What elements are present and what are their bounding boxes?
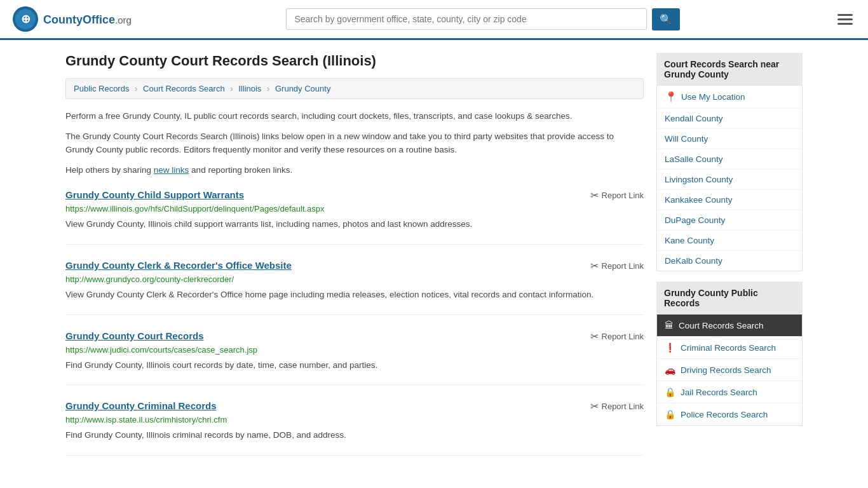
sidebar-county-kane[interactable]: Kane County: [657, 231, 802, 251]
breadcrumb-grundy[interactable]: Grundy County: [275, 84, 330, 93]
result-title-3: Grundy County Court Records: [65, 330, 204, 341]
will-county-link[interactable]: Will County: [665, 134, 708, 144]
main-container: Grundy County Court Records Search (Illi…: [53, 40, 815, 484]
criminal-records-icon: ❗: [665, 342, 675, 353]
police-records-link[interactable]: Police Records Search: [681, 410, 768, 419]
pub-jail-records[interactable]: 🔒 Jail Records Search: [657, 381, 802, 403]
search-area: 🔍: [286, 8, 680, 30]
results: Grundy County Child Support Warrants ✂ R…: [65, 189, 644, 455]
court-records-icon: 🏛: [665, 320, 674, 330]
result-item-1: Grundy County Child Support Warrants ✂ R…: [65, 189, 644, 245]
report-icon-3: ✂: [590, 330, 599, 342]
result-link-3[interactable]: Grundy County Court Records: [65, 330, 204, 341]
sidebar-county-kendall[interactable]: Kendall County: [657, 109, 802, 129]
desc-para-3: Help others by sharing new links and rep…: [65, 163, 644, 177]
dekalb-county-link[interactable]: DeKalb County: [665, 256, 722, 266]
report-icon-1: ✂: [590, 189, 599, 201]
livingston-county-link[interactable]: Livingston County: [665, 175, 733, 184]
result-title-row-4: Grundy County Criminal Records ✂ Report …: [65, 400, 644, 412]
breadcrumb-sep-2: ›: [230, 84, 233, 93]
new-links-link[interactable]: new links: [154, 165, 189, 175]
sidebar-county-lasalle[interactable]: LaSalle County: [657, 149, 802, 170]
result-title-row-1: Grundy County Child Support Warrants ✂ R…: [65, 189, 644, 201]
menu-bar-2: [837, 18, 853, 20]
nearby-counties-list: 📍 Use My Location Kendall County Will Co…: [656, 86, 803, 271]
breadcrumb-illinois[interactable]: Illinois: [238, 84, 261, 93]
sidebar-county-kankakee[interactable]: Kankakee County: [657, 190, 802, 210]
driving-records-icon: 🚗: [665, 365, 675, 375]
result-title-row-3: Grundy County Court Records ✂ Report Lin…: [65, 330, 644, 342]
pub-court-records[interactable]: 🏛 Court Records Search: [657, 315, 802, 337]
report-label-2: Report Link: [602, 261, 644, 271]
result-url-2[interactable]: http://www.grundyco.org/county-clerkreco…: [65, 274, 644, 284]
result-item-4: Grundy County Criminal Records ✂ Report …: [65, 400, 644, 456]
sidebar-county-will[interactable]: Will County: [657, 129, 802, 149]
search-input[interactable]: [286, 8, 647, 30]
result-url-3[interactable]: https://www.judici.com/courts/cases/case…: [65, 345, 644, 355]
result-title-2: Grundy County Clerk & Recorder's Office …: [65, 260, 292, 271]
report-link-4[interactable]: ✂ Report Link: [590, 400, 644, 412]
content-area: Grundy County Court Records Search (Illi…: [65, 53, 644, 471]
sidebar-county-dupage[interactable]: DuPage County: [657, 210, 802, 231]
logo-icon: ⊕: [13, 6, 38, 32]
report-link-2[interactable]: ✂ Report Link: [590, 260, 644, 272]
pub-police-records[interactable]: 🔒 Police Records Search: [657, 403, 802, 425]
lasalle-county-link[interactable]: LaSalle County: [665, 154, 723, 164]
kendall-county-link[interactable]: Kendall County: [665, 114, 723, 123]
result-desc-4: Find Grundy County, Illinois criminal re…: [65, 428, 644, 442]
breadcrumb: Public Records › Court Records Search › …: [65, 78, 644, 99]
menu-button[interactable]: [835, 11, 855, 27]
nearby-title: Court Records Search near Grundy County: [656, 53, 803, 86]
result-link-2[interactable]: Grundy County Clerk & Recorder's Office …: [65, 260, 292, 271]
jail-records-icon: 🔒: [665, 387, 675, 397]
kane-county-link[interactable]: Kane County: [665, 236, 714, 245]
sidebar-county-livingston[interactable]: Livingston County: [657, 170, 802, 190]
logo-text: CountyOffice.org: [43, 12, 132, 27]
police-records-icon: 🔒: [665, 409, 675, 419]
pub-criminal-records[interactable]: ❗ Criminal Records Search: [657, 337, 802, 359]
search-button[interactable]: 🔍: [652, 8, 680, 30]
desc-para-3-prefix: Help others by sharing: [65, 165, 154, 175]
breadcrumb-court-records[interactable]: Court Records Search: [143, 84, 225, 93]
report-link-1[interactable]: ✂ Report Link: [590, 189, 644, 201]
report-icon-2: ✂: [590, 260, 599, 272]
search-icon: 🔍: [660, 14, 672, 25]
location-pin-icon: 📍: [665, 91, 677, 103]
result-desc-1: View Grundy County, Illinois child suppo…: [65, 217, 644, 231]
result-item-2: Grundy County Clerk & Recorder's Office …: [65, 260, 644, 315]
header: ⊕ CountyOffice.org 🔍: [0, 0, 868, 40]
breadcrumb-sep-1: ›: [135, 84, 137, 93]
report-label-3: Report Link: [602, 332, 644, 341]
dupage-county-link[interactable]: DuPage County: [665, 215, 725, 225]
court-records-link[interactable]: Court Records Search: [679, 321, 764, 330]
criminal-records-link[interactable]: Criminal Records Search: [681, 343, 776, 353]
result-desc-3: Find Grundy County, Illinois court recor…: [65, 358, 644, 372]
svg-text:⊕: ⊕: [21, 13, 31, 25]
pub-driving-records[interactable]: 🚗 Driving Records Search: [657, 359, 802, 381]
result-title-4: Grundy County Criminal Records: [65, 400, 217, 411]
use-location-item[interactable]: 📍 Use My Location: [657, 86, 802, 109]
public-records-list: 🏛 Court Records Search ❗ Criminal Record…: [656, 315, 803, 426]
report-link-3[interactable]: ✂ Report Link: [590, 330, 644, 342]
result-link-4[interactable]: Grundy County Criminal Records: [65, 400, 217, 411]
desc-para-1: Perform a free Grundy County, IL public …: [65, 109, 644, 123]
breadcrumb-sep-3: ›: [267, 84, 269, 93]
result-url-4[interactable]: http://www.isp.state.il.us/crimhistory/c…: [65, 415, 644, 424]
jail-records-link[interactable]: Jail Records Search: [681, 388, 757, 397]
logo[interactable]: ⊕ CountyOffice.org: [13, 6, 132, 32]
page-title: Grundy County Court Records Search (Illi…: [65, 53, 644, 69]
driving-records-link[interactable]: Driving Records Search: [681, 365, 771, 375]
breadcrumb-public-records[interactable]: Public Records: [74, 84, 129, 93]
report-label-4: Report Link: [602, 402, 644, 411]
result-url-1[interactable]: https://www.illinois.gov/hfs/ChildSuppor…: [65, 204, 644, 214]
result-title-1: Grundy County Child Support Warrants: [65, 189, 244, 200]
desc-para-3-suffix: and reporting broken links.: [189, 165, 292, 175]
public-records-title: Grundy County Public Records: [656, 281, 803, 315]
use-location-link[interactable]: Use My Location: [681, 92, 745, 102]
result-link-1[interactable]: Grundy County Child Support Warrants: [65, 189, 244, 200]
result-item-3: Grundy County Court Records ✂ Report Lin…: [65, 330, 644, 386]
kankakee-county-link[interactable]: Kankakee County: [665, 195, 733, 205]
report-label-1: Report Link: [602, 191, 644, 200]
result-title-row-2: Grundy County Clerk & Recorder's Office …: [65, 260, 644, 272]
sidebar-county-dekalb[interactable]: DeKalb County: [657, 251, 802, 271]
